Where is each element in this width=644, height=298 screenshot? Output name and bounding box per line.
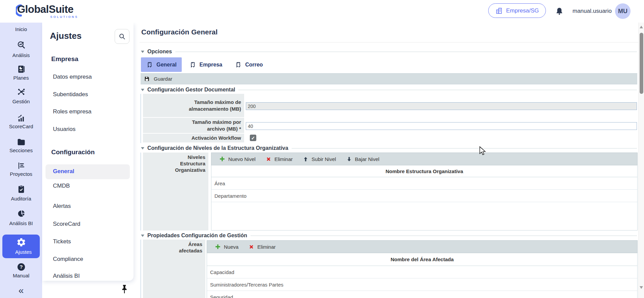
- settings-item-compliance[interactable]: Compliance: [53, 256, 83, 263]
- levels-section-header: Configuración de Niveles de la Estructur…: [141, 145, 637, 152]
- group-line: [238, 90, 637, 90]
- settings-item-general[interactable]: General: [53, 168, 74, 175]
- entity-selector-button[interactable]: Empresa/SG: [488, 3, 546, 18]
- group-line: [175, 52, 637, 52]
- plans-report-icon: [17, 64, 26, 74]
- levels-table-header: Nombre Estructura Organizativa: [211, 165, 637, 177]
- table-row[interactable]: Seguridad: [207, 291, 637, 298]
- table-row[interactable]: Suministradores/Terceras Partes: [207, 278, 637, 291]
- collapse-triangle-icon[interactable]: [141, 147, 144, 150]
- help-icon: ?: [17, 262, 26, 272]
- settings-item-scorecard[interactable]: ScoreCard: [53, 221, 80, 227]
- move-up-button[interactable]: Subir Nivel: [303, 156, 336, 162]
- levels-table: Nombre Estructura Organizativa Área Depa…: [211, 165, 638, 231]
- tab-label: Correo: [245, 62, 263, 68]
- management-section-header: Propiedades Configuración de Gestión: [141, 232, 637, 239]
- arrow-up-icon: [303, 156, 309, 162]
- red-x-icon: [248, 244, 254, 250]
- field-label: Tamaño máximo de almacenamiento (MB): [143, 94, 244, 117]
- group-line: [251, 236, 637, 236]
- sidebar-item-label: Análisis: [0, 52, 42, 58]
- notifications-bell-icon[interactable]: [555, 7, 564, 16]
- scroll-up-arrow[interactable]: [640, 26, 643, 28]
- sidebar-item-label: Inicio: [0, 26, 42, 32]
- settings-panel: Ajustes Empresa Datos empresa Subentidad…: [42, 23, 134, 281]
- audit-clipboard-icon: [17, 185, 26, 194]
- plus-icon: [215, 244, 221, 250]
- user-avatar[interactable]: MU: [615, 3, 631, 19]
- workflow-checkbox[interactable]: ✓: [250, 135, 256, 141]
- bi-pie-chart-icon: [17, 209, 26, 218]
- opciones-group-header: Opciones: [141, 48, 637, 55]
- areas-table: Nombre del Área Afectada Capacidad Sumin…: [207, 253, 638, 298]
- settings-item-analisis-bi[interactable]: Análisis BI: [53, 273, 80, 279]
- settings-item-usuarios[interactable]: Usuarios: [53, 126, 76, 133]
- delete-area-button[interactable]: Eliminar: [248, 244, 275, 250]
- pin-panel-icon[interactable]: [119, 283, 130, 295]
- settings-panel-title: Ajustes: [50, 31, 82, 41]
- page-title: Configuración General: [141, 28, 217, 36]
- title-divider: [140, 42, 638, 43]
- checkbox-check-icon: ✓: [251, 136, 255, 140]
- management-section-title: Propiedades Configuración de Gestión: [147, 233, 247, 239]
- new-area-button[interactable]: Nueva: [215, 244, 238, 250]
- areas-table-header: Nombre del Área Afectada: [207, 253, 637, 266]
- projects-gantt-icon: [17, 161, 26, 170]
- max-storage-input[interactable]: [246, 102, 637, 110]
- bookmark-check-icon: [146, 61, 153, 69]
- main-nav-sidebar: Inicio Análisis Planes Gestión: [0, 23, 42, 298]
- logo-text: GlobalSuite: [17, 3, 74, 16]
- scrollbar-thumb[interactable]: [640, 33, 643, 94]
- sidebar-item-label: Manual: [0, 273, 42, 278]
- options-tabs: General Empresa Correo: [141, 57, 268, 72]
- doc-section-body: Tamaño máximo de almacenamiento (MB) Tam…: [141, 94, 637, 143]
- sidebar-item-label: Ajustes: [2, 249, 42, 255]
- settings-item-roles-empresa[interactable]: Roles empresa: [53, 108, 91, 115]
- sidebar-item-ajustes[interactable]: Ajustes: [2, 235, 40, 258]
- settings-item-datos-empresa[interactable]: Datos empresa: [53, 74, 92, 80]
- section-header-configuracion: Configuración: [51, 148, 95, 156]
- scorecard-chart-icon: [17, 113, 26, 123]
- table-row[interactable]: Departamento: [211, 190, 637, 202]
- doc-section-title: Configuración Gestor Documental: [147, 87, 235, 93]
- building-icon: [495, 7, 503, 15]
- tab-correo[interactable]: Correo: [230, 57, 268, 72]
- settings-item-alertas[interactable]: Alertas: [53, 203, 71, 210]
- save-button[interactable]: Guardar: [141, 73, 637, 84]
- bookmark-check-icon: [189, 61, 197, 69]
- home-icon: [17, 23, 26, 24]
- globalsuite-logo: GlobalSuite SOLUTIONS: [12, 3, 87, 20]
- doc-section-header: Configuración Gestor Documental: [141, 86, 637, 93]
- delete-level-button[interactable]: Eliminar: [266, 156, 293, 162]
- collapse-triangle-icon[interactable]: [141, 89, 144, 91]
- tab-general[interactable]: General: [141, 57, 182, 72]
- save-floppy-icon: [144, 76, 150, 82]
- analysis-magnifier-icon: [17, 40, 26, 50]
- table-row[interactable]: Área: [211, 177, 637, 190]
- scroll-down-arrow[interactable]: [640, 286, 643, 289]
- max-file-size-input[interactable]: [246, 122, 637, 130]
- current-user-label[interactable]: manual.usuario: [573, 8, 612, 15]
- levels-section-title: Configuración de Niveles de la Estructur…: [147, 145, 288, 151]
- collapse-triangle-icon[interactable]: [141, 235, 144, 237]
- settings-search-button[interactable]: [115, 29, 129, 44]
- management-network-icon: [17, 87, 26, 97]
- tab-empresa[interactable]: Empresa: [184, 57, 228, 72]
- field-label: Activación Workflow: [143, 134, 244, 142]
- levels-grid: Nuevo Nivel Eliminar Subir Nivel Bajar N…: [211, 153, 638, 231]
- table-row[interactable]: Capacidad: [207, 266, 637, 278]
- collapse-triangle-icon[interactable]: [141, 51, 144, 53]
- sidebar-item-label: Análisis BI: [0, 220, 42, 226]
- sidebar-item-label: Secciones: [0, 147, 42, 153]
- sidebar-item-label: Planes: [0, 75, 42, 81]
- red-x-icon: [266, 156, 271, 162]
- settings-item-subentidades[interactable]: Subentidades: [53, 91, 88, 98]
- plus-icon: [219, 156, 225, 162]
- search-icon: [118, 32, 126, 40]
- collapse-sidebar-icon[interactable]: «: [0, 287, 42, 294]
- svg-text:?: ?: [20, 264, 23, 270]
- settings-item-tickets[interactable]: Tickets: [53, 238, 71, 245]
- new-level-button[interactable]: Nuevo Nivel: [219, 156, 256, 162]
- settings-item-cmdb[interactable]: CMDB: [53, 183, 70, 189]
- move-down-button[interactable]: Bajar Nivel: [346, 156, 380, 162]
